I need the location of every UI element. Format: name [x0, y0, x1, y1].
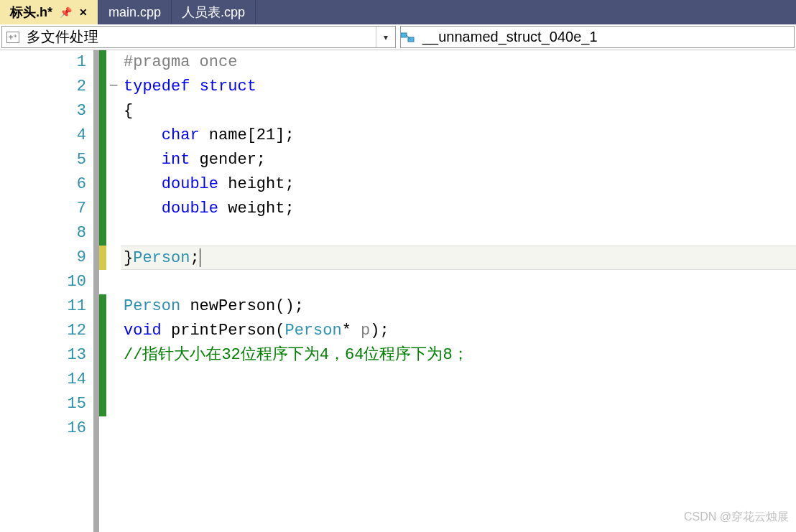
change-mark [99, 50, 106, 75]
code-line[interactable]: double weight; [121, 197, 796, 221]
line-number: 13 [0, 343, 86, 368]
fold-empty [106, 368, 121, 392]
change-mark [99, 172, 106, 197]
change-mark [99, 294, 106, 319]
fold-empty [106, 270, 121, 294]
close-icon[interactable]: ✕ [79, 6, 88, 18]
change-mark [99, 123, 106, 148]
tab-file-active[interactable]: 标头.h* 📌 ✕ [0, 0, 98, 24]
change-mark [99, 392, 106, 416]
change-mark [99, 368, 106, 392]
navigation-bar: +⁺ 多文件处理 ▾ __unnamed_struct_040e_1 [0, 24, 796, 50]
line-number: 15 [0, 392, 86, 416]
fold-empty [106, 50, 121, 75]
tab-file[interactable]: 人员表.cpp [172, 0, 256, 24]
code-line[interactable]: void printPerson(Person* p); [121, 319, 796, 343]
change-mark [99, 319, 106, 343]
project-icon: +⁺ [6, 32, 19, 43]
line-number: 5 [0, 148, 86, 172]
svg-rect-0 [401, 33, 407, 37]
code-line[interactable]: #pragma once [121, 50, 796, 75]
line-number: 14 [0, 368, 86, 392]
line-number: 12 [0, 319, 86, 343]
line-number: 8 [0, 221, 86, 246]
watermark-text: CSDN @穿花云烛展 [684, 510, 789, 525]
code-line[interactable]: int gender; [121, 148, 796, 172]
pin-icon[interactable]: 📌 [60, 6, 72, 18]
line-number: 16 [0, 416, 86, 441]
line-number: 1 [0, 50, 86, 75]
code-line[interactable] [121, 270, 796, 294]
member-dropdown[interactable]: __unnamed_struct_040e_1 [400, 26, 795, 48]
change-mark [99, 197, 106, 221]
code-line[interactable] [121, 416, 796, 441]
change-mark [99, 221, 106, 246]
code-line[interactable] [121, 392, 796, 416]
tab-label: 人员表.cpp [182, 4, 245, 21]
fold-empty [106, 172, 121, 197]
fold-empty [106, 294, 121, 319]
chevron-down-icon[interactable]: ▾ [376, 27, 395, 47]
change-mark [99, 270, 106, 294]
fold-empty [106, 99, 121, 123]
code-line[interactable] [121, 221, 796, 246]
line-number: 7 [0, 197, 86, 221]
fold-empty [106, 221, 121, 246]
change-mark [99, 148, 106, 172]
member-text: __unnamed_struct_040e_1 [420, 29, 794, 45]
fold-empty [106, 197, 121, 221]
fold-empty [106, 148, 121, 172]
change-mark [99, 246, 106, 270]
code-editor[interactable]: 12345678910111213141516 − #pragma oncety… [0, 50, 796, 532]
line-number: 6 [0, 172, 86, 197]
change-mark [99, 75, 106, 99]
line-number: 2 [0, 75, 86, 99]
fold-gutter[interactable]: − [106, 50, 121, 532]
line-number: 10 [0, 270, 86, 294]
fold-empty [106, 416, 121, 441]
code-line[interactable] [121, 368, 796, 392]
line-number: 4 [0, 123, 86, 148]
margin-strip [93, 50, 99, 532]
fold-empty [106, 392, 121, 416]
line-number: 3 [0, 99, 86, 123]
struct-icon [401, 32, 415, 43]
code-line[interactable]: //指针大小在32位程序下为4，64位程序下为8； [121, 343, 796, 368]
scope-dropdown[interactable]: +⁺ 多文件处理 ▾ [1, 26, 396, 48]
code-line[interactable]: }Person; [121, 246, 796, 270]
tab-file[interactable]: main.cpp [98, 0, 172, 24]
code-line[interactable]: { [121, 99, 796, 123]
fold-toggle-icon[interactable]: − [106, 75, 121, 99]
fold-empty [106, 123, 121, 148]
code-line[interactable]: double height; [121, 172, 796, 197]
change-mark [99, 343, 106, 368]
change-indicator-bar [99, 50, 106, 532]
tab-label: main.cpp [108, 5, 161, 20]
line-number: 11 [0, 294, 86, 319]
text-cursor [200, 248, 200, 267]
code-line[interactable]: typedef struct [121, 75, 796, 99]
tab-bar: 标头.h* 📌 ✕ main.cpp 人员表.cpp [0, 0, 796, 24]
fold-empty [106, 319, 121, 343]
code-line[interactable]: Person newPerson(); [121, 294, 796, 319]
code-area[interactable]: #pragma oncetypedef struct{ char name[21… [121, 50, 796, 532]
change-mark [99, 99, 106, 123]
scope-text: 多文件处理 [24, 27, 376, 47]
tab-label: 标头.h* [10, 4, 52, 21]
line-number-gutter: 12345678910111213141516 [0, 50, 93, 532]
code-line[interactable]: char name[21]; [121, 123, 796, 148]
line-number: 9 [0, 246, 86, 270]
fold-empty [106, 343, 121, 368]
fold-empty [106, 246, 121, 270]
change-mark [99, 416, 106, 441]
